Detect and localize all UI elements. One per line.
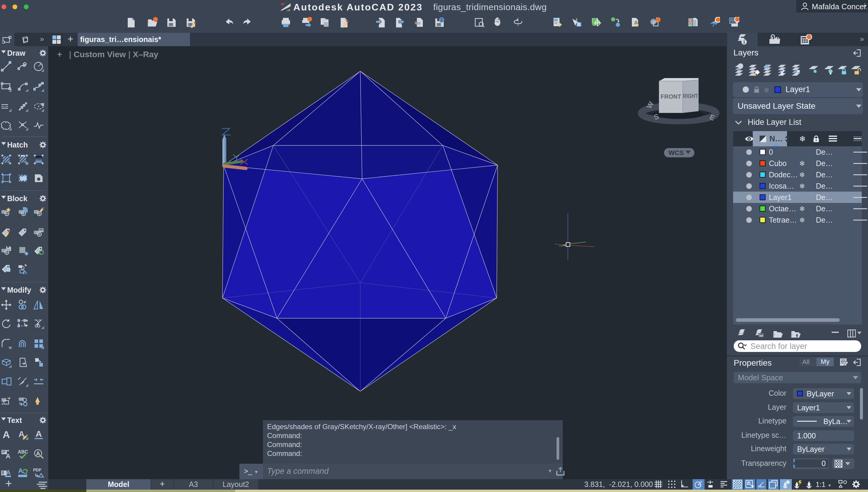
svg-text:A: A: [19, 429, 24, 439]
svg-text:A: A: [35, 429, 42, 439]
svg-text:ABC: ABC: [18, 449, 28, 454]
svg-text:A: A: [6, 452, 10, 460]
svg-text:A: A: [3, 429, 10, 440]
svg-text:A: A: [6, 469, 11, 476]
svg-text:A: A: [36, 450, 40, 457]
svg-text:RIGHT: RIGHT: [683, 92, 698, 99]
svg-text:A: A: [18, 468, 23, 474]
svg-text:PDF: PDF: [33, 468, 42, 472]
svg-text:WCS: WCS: [668, 149, 684, 156]
svg-text:FRONT: FRONT: [661, 93, 681, 100]
